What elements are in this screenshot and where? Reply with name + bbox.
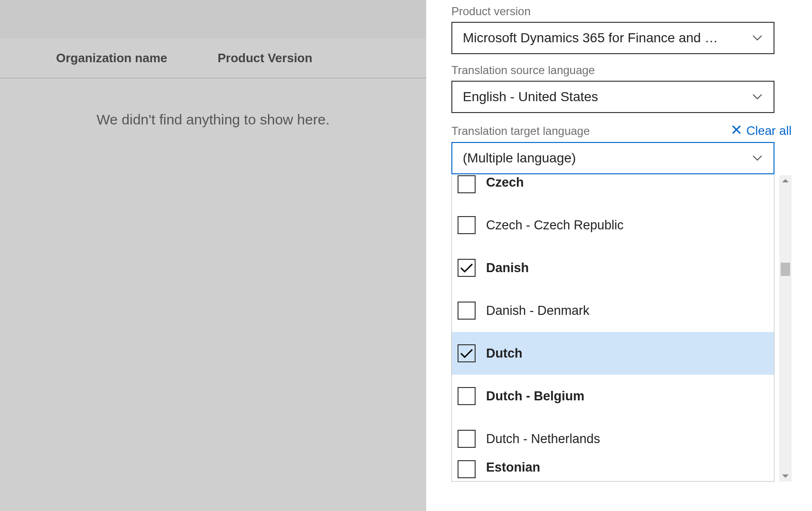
target-language-value: (Multiple language) — [463, 151, 576, 166]
language-option[interactable]: Dutch - Belgium — [452, 375, 774, 417]
language-option[interactable]: Danish — [452, 246, 774, 289]
checkbox[interactable] — [458, 430, 476, 448]
language-option[interactable]: Danish - Denmark — [452, 289, 774, 332]
table-header-row: Organization name Product Version — [0, 38, 426, 78]
column-header-organization: Organization name — [56, 51, 218, 66]
checkbox[interactable] — [458, 344, 476, 362]
product-version-value: Microsoft Dynamics 365 for Finance and … — [463, 30, 718, 46]
target-language-dropdown[interactable]: CzechCzech - Czech RepublicDanishDanish … — [451, 175, 774, 482]
checkbox[interactable] — [458, 302, 476, 320]
background-dimmed-area: Organization name Product Version We did… — [0, 0, 426, 511]
checkbox[interactable] — [458, 387, 476, 405]
language-option-label: Dutch - Netherlands — [486, 432, 600, 446]
language-option-label: Danish - Denmark — [486, 303, 590, 318]
language-option-label: Danish — [486, 261, 529, 275]
language-option-label: Dutch - Belgium — [486, 389, 584, 404]
column-header-product-version: Product Version — [218, 51, 360, 66]
scroll-down-arrow-icon[interactable] — [782, 471, 789, 482]
language-option[interactable]: Dutch - Netherlands — [452, 417, 774, 460]
product-version-label: Product version — [451, 5, 792, 18]
source-language-select[interactable]: English - United States — [451, 81, 774, 113]
checkbox[interactable] — [458, 216, 476, 234]
clear-all-label: Clear all — [746, 123, 792, 138]
chevron-down-icon — [753, 94, 762, 100]
scroll-track[interactable] — [779, 186, 792, 471]
close-icon — [731, 123, 742, 138]
chevron-down-icon — [753, 155, 762, 161]
chevron-down-icon — [753, 35, 762, 41]
language-option-label: Dutch — [486, 346, 523, 361]
clear-all-button[interactable]: Clear all — [731, 123, 792, 138]
checkbox[interactable] — [458, 259, 476, 277]
scroll-up-arrow-icon[interactable] — [782, 175, 789, 186]
target-language-select[interactable]: (Multiple language) — [451, 142, 774, 174]
source-language-label: Translation source language — [451, 64, 792, 77]
empty-state-message: We didn't find anything to show here. — [0, 78, 426, 128]
checkbox[interactable] — [458, 175, 476, 193]
language-option-label: Czech - Czech Republic — [486, 218, 624, 233]
scroll-thumb[interactable] — [781, 263, 790, 276]
language-option[interactable]: Czech — [452, 175, 774, 204]
language-option[interactable]: Dutch — [452, 332, 774, 375]
language-option[interactable]: Estonian — [452, 460, 774, 481]
target-language-label: Translation target language — [451, 124, 590, 138]
product-version-select[interactable]: Microsoft Dynamics 365 for Finance and … — [451, 22, 774, 54]
language-option[interactable]: Czech - Czech Republic — [452, 204, 774, 246]
language-option-label: Czech — [486, 175, 524, 190]
source-language-value: English - United States — [463, 89, 598, 104]
checkbox[interactable] — [458, 460, 476, 478]
form-panel: Product version Microsoft Dynamics 365 f… — [426, 0, 812, 511]
left-top-bar — [0, 0, 426, 38]
scrollbar[interactable] — [779, 175, 792, 482]
language-option-label: Estonian — [486, 460, 540, 475]
